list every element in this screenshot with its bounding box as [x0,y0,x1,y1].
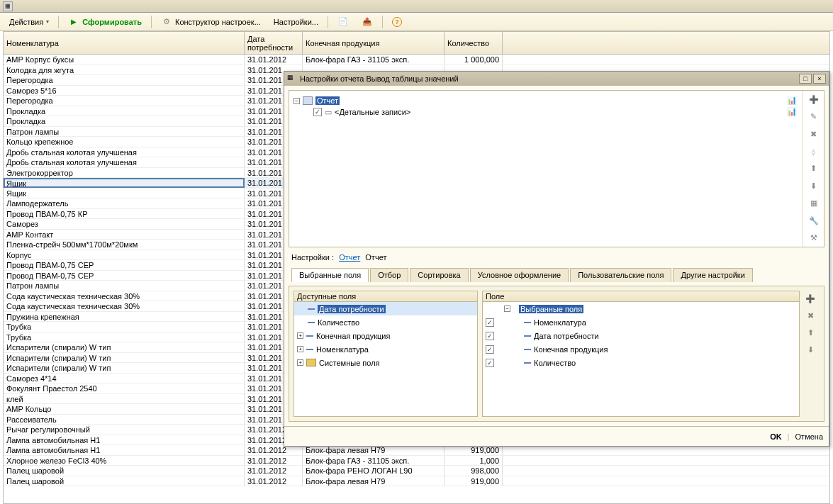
ok-button[interactable]: OK [770,432,782,441]
help-button[interactable]: ? [387,15,407,29]
field-check[interactable] [486,332,494,340]
tool-btn-2[interactable]: 📤 [357,14,378,30]
field-icon [524,335,531,337]
add-icon[interactable]: ➕ [807,94,820,105]
path-current: Отчет [365,253,386,262]
cell-c1: Ящик [4,178,245,188]
table-row[interactable]: Лампа автомобильная Н131.01.2012Блок-фар… [4,445,829,456]
actions-label: Действия [9,18,43,26]
actions-menu[interactable]: Действия ▾ [4,16,54,28]
th-date[interactable]: Дата потребности [245,32,303,54]
close-button[interactable]: × [813,74,826,84]
cell-c3: Блок-фара ГАЗ - 31105 эксп. [303,456,445,466]
selected-field[interactable]: Количество [483,356,799,369]
available-field[interactable]: +Системные поля [294,356,477,369]
cell-c4: 1,000 [445,456,503,466]
collapse-icon[interactable]: − [293,98,300,104]
table-row[interactable]: Палец шаровой31.01.2012Блок-фара левая Н… [4,476,829,487]
selected-field[interactable]: Дата потребности [483,329,799,342]
edit-icon[interactable]: ✎ [807,111,820,122]
up-field-icon[interactable]: ⬆ [804,326,817,339]
th-nomenclature[interactable]: Номенклатура [4,32,245,54]
available-fields-list[interactable]: Дата потребностиКоличество+Конечная прод… [293,301,478,417]
cell-c1: Палец шаровой [4,466,245,476]
cell-c1: Саморез 4*14 [4,374,245,383]
cell-c1: Испарители (спирали) W тип [4,353,245,363]
expand-icon[interactable]: + [297,332,303,339]
cell-c1: клей [4,394,245,404]
down-icon[interactable]: ⬇ [807,180,820,191]
cell-c4: 919,000 [445,445,503,455]
selected-root[interactable]: −Выбранные поля [483,302,799,315]
table-row[interactable]: Хлорное железо FeCl3 40%31.01.2012Блок-ф… [4,456,829,466]
field-label: Конечная продукция [534,345,608,354]
available-field[interactable]: +Конечная продукция [294,329,477,342]
form-label: Сформировать [82,18,142,26]
tab-sort[interactable]: Сортировка [410,268,468,282]
grid-icon[interactable]: ▦ [807,198,820,209]
field-icon [524,362,531,364]
structure-tree[interactable]: − Отчет 📊 ▭ <Детальные записи> 📊 [289,91,803,247]
expand-icon[interactable]: + [297,346,303,352]
cell-c1: Пленка-стрейч 500мм*1700м*20мкм [4,240,245,250]
tool-btn-1[interactable]: 📄 [332,14,354,30]
dialog-titlebar[interactable]: ▦ Настройки отчета Вывод таблицы значени… [284,72,829,86]
cell-c3: Блок-фара левая Н79 [303,476,445,486]
available-field[interactable]: +Номенклатура [294,342,477,356]
up-icon[interactable]: ⬆ [807,163,820,174]
form-button[interactable]: ▶ Сформировать [63,14,147,30]
tab-other[interactable]: Другие настройки [673,268,752,282]
field-check[interactable] [486,345,494,354]
available-field[interactable]: Количество [294,315,477,329]
usage-icon[interactable]: 🔧 [807,215,820,226]
maximize-button[interactable]: □ [799,74,812,84]
add-field-icon[interactable]: ➕ [804,292,817,305]
props-icon[interactable]: ⚒ [807,233,820,244]
cell-c1: Патрон лампы [4,281,245,291]
cell-c1: Лампа автомобильная Н1 [4,445,245,455]
tree-root[interactable]: Отчет [315,96,340,105]
tab-conditional[interactable]: Условное оформление [470,268,569,282]
cell-c1: Ламподержатель [4,198,245,208]
delete-icon[interactable]: ✖ [807,128,820,140]
collapse-icon[interactable]: − [504,306,510,312]
remove-field-icon[interactable]: ✖ [804,309,817,322]
field-icon [308,322,315,323]
table-row[interactable]: AMP Корпус буксы31.01.2012Блок-фара ГАЗ … [4,55,829,65]
tab-selected-fields[interactable]: Выбранные поля [291,268,369,282]
cell-c1: AMP Кольцо [4,404,245,414]
expand-icon[interactable]: + [297,359,303,366]
down-field-icon[interactable]: ⬇ [804,343,817,356]
field-label: Поле [482,291,800,301]
th-product[interactable]: Конечная продукция [303,32,445,54]
path-link-report[interactable]: Отчет [339,253,360,262]
table-row[interactable]: Палец шаровой31.01.2012Блок-фара РЕНО ЛО… [4,466,829,476]
selected-field[interactable]: Конечная продукция [483,342,799,356]
columns-icon[interactable]: 📊 [787,107,798,117]
columns-icon[interactable]: 📊 [787,96,798,106]
available-field[interactable]: Дата потребности [294,302,477,315]
th-qty[interactable]: Количество [445,32,503,54]
selected-field[interactable]: Номенклатура [483,315,799,329]
selected-fields-list[interactable]: −Выбранные поляНоменклатураДата потребно… [482,301,800,417]
cell-c1: Дробь стальная колотая улучшеная [4,147,245,157]
settings-button[interactable]: Настройки... [269,16,323,28]
dialog-title: Настройки отчета Вывод таблицы значений [300,74,459,83]
field-icon [306,349,313,350]
cancel-button[interactable]: Отмена [795,432,823,441]
detail-check[interactable] [313,108,322,116]
cell-c1: Перегородка [4,75,245,85]
settings-constructor-button[interactable]: ⚙ Конструктор настроек... [156,14,266,30]
cell-c1: Сода каустическая техническая 30% [4,291,245,301]
field-check[interactable] [486,318,494,327]
cell-c2: 31.01.2012 [245,445,303,455]
tab-user-fields[interactable]: Пользовательские поля [570,268,671,282]
cell-c1: Саморез 5*16 [4,86,245,96]
play-icon: ▶ [68,16,79,28]
field-check[interactable] [486,359,494,367]
detail-label[interactable]: <Детальные записи> [335,108,410,116]
field-label: Дата потребности [534,332,599,340]
position-icon[interactable]: ⎀ [807,145,820,157]
cell-c1: Провод ПВАМ-0,75 КР [4,209,245,219]
tab-filter[interactable]: Отбор [370,268,408,282]
